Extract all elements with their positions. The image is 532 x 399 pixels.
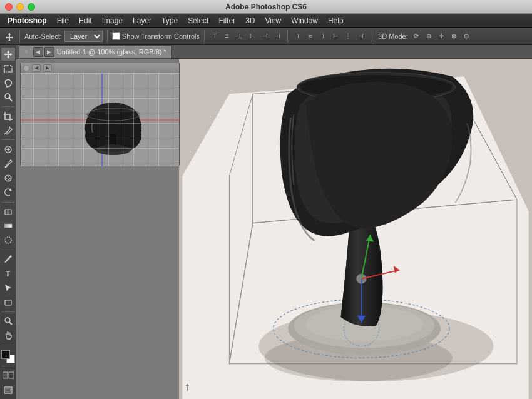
transform-label[interactable]: Show Transform Controls (112, 32, 200, 40)
canvas-arrow-indicator: ↑ (184, 380, 190, 394)
clone-tool-btn[interactable] (1, 171, 15, 184)
mini-window-titlebar: ◀ ▶ (21, 63, 179, 73)
rectangle-select-tool-btn[interactable] (1, 62, 15, 75)
menu-bar: Photoshop File Edit Image Layer Type Sel… (0, 14, 532, 28)
pen-tool-btn[interactable] (1, 253, 15, 266)
type-tool-btn[interactable]: T (1, 267, 15, 280)
menu-layer[interactable]: Layer (128, 15, 156, 26)
mini-nav-left[interactable]: ◀ (32, 64, 41, 72)
brush-tool-btn[interactable] (1, 157, 15, 170)
mini-grid (21, 73, 179, 166)
screen-mode-btn[interactable] (1, 383, 15, 396)
tool-sep5 (2, 311, 14, 312)
svg-rect-19 (4, 224, 12, 228)
options-bar: Auto-Select: Layer Group Show Transform … (0, 28, 532, 45)
svg-point-20 (5, 237, 11, 243)
sep4 (287, 30, 288, 43)
shape-tool-btn[interactable] (1, 296, 15, 309)
menu-view[interactable]: View (260, 15, 286, 26)
menu-select[interactable]: Select (183, 15, 213, 26)
menu-edit[interactable]: Edit (74, 15, 97, 26)
menu-type[interactable]: Type (156, 15, 183, 26)
dist-top-icon[interactable]: ⊤ (292, 31, 304, 42)
title-bar: Adobe Photoshop CS6 (0, 0, 532, 14)
doc-tab-close[interactable]: × (24, 48, 28, 55)
align-right-icon[interactable]: ⊣ (272, 31, 283, 42)
crop-tool-btn[interactable] (1, 109, 15, 123)
svg-marker-0 (6, 33, 13, 41)
sep1 (19, 30, 20, 43)
main-scene-svg (179, 59, 532, 399)
align-bottom-icon[interactable]: ⊥ (234, 31, 245, 42)
maximize-button[interactable] (28, 3, 35, 11)
eyedropper-tool-btn[interactable] (1, 124, 15, 137)
menu-image[interactable]: Image (97, 15, 128, 26)
menu-filter[interactable]: Filter (213, 15, 240, 26)
3d-pan-icon[interactable]: ✛ (436, 31, 447, 42)
path-selection-tool-btn[interactable] (1, 281, 15, 295)
3d-slide-icon[interactable]: ⊗ (448, 31, 459, 42)
history-brush-tool-btn[interactable] (1, 186, 15, 199)
svg-point-21 (9, 256, 11, 258)
transform-checkbox[interactable] (112, 32, 120, 40)
mini-close-btn[interactable] (23, 65, 29, 71)
options-move-icon (4, 31, 15, 42)
dist-hcenter-icon[interactable]: ⋮ (342, 31, 354, 42)
align-hcenter-icon[interactable]: ⊣ (259, 31, 270, 42)
3d-scale-icon[interactable]: ⊙ (461, 31, 472, 42)
dist-left-icon[interactable]: ⊢ (330, 31, 341, 42)
healing-tool-btn[interactable] (1, 143, 15, 156)
dist-bottom-icon[interactable]: ⊥ (317, 31, 329, 42)
traffic-lights (5, 3, 35, 11)
move-tool-btn[interactable] (1, 48, 15, 61)
tab-nav-next[interactable]: ▶ (44, 47, 54, 57)
magic-wand-tool-btn[interactable] (1, 91, 15, 104)
menu-window[interactable]: Window (286, 15, 323, 26)
doc-tab-bar: × ◀ ▶ Untitled-1 @ 100% (glass, RGB/8) * (16, 45, 532, 59)
mini-thumbnail-window[interactable]: ◀ ▶ (20, 63, 180, 166)
sep3 (204, 30, 205, 43)
gradient-tool-btn[interactable] (1, 220, 15, 233)
dist-right-icon[interactable]: ⊣ (355, 31, 366, 42)
svg-line-24 (9, 322, 12, 325)
3d-rotate-icon[interactable]: ⟳ (411, 31, 422, 42)
hand-tool-btn[interactable] (1, 329, 15, 342)
close-button[interactable] (5, 3, 13, 11)
svg-point-10 (4, 166, 6, 168)
minimize-button[interactable] (16, 3, 24, 11)
tool-sep1 (2, 106, 14, 107)
svg-rect-22 (5, 300, 11, 305)
svg-point-4 (5, 94, 10, 99)
layer-select[interactable]: Layer Group (64, 31, 103, 42)
mini-nav-right[interactable]: ▶ (43, 64, 52, 72)
3d-orbit-icon[interactable]: ⊕ (423, 31, 434, 42)
svg-rect-28 (6, 388, 11, 392)
mini-canvas[interactable] (21, 73, 179, 166)
align-vcenter-icon[interactable]: ≡ (222, 31, 233, 42)
menu-3d[interactable]: 3D (240, 15, 260, 26)
quick-mask-btn[interactable] (1, 369, 15, 382)
workspace: ◀ ▶ (16, 59, 532, 399)
color-swatches[interactable] (1, 350, 15, 363)
doc-tab-nav: ◀ ▶ (33, 47, 54, 57)
tab-nav-prev[interactable]: ◀ (33, 47, 43, 57)
tool-sep3 (2, 202, 14, 203)
svg-rect-26 (9, 372, 14, 378)
document-tab[interactable]: × ◀ ▶ Untitled-1 @ 100% (glass, RGB/8) * (19, 45, 172, 59)
menu-file[interactable]: File (52, 15, 74, 26)
zoom-tool-btn[interactable] (1, 315, 15, 328)
canvas-area[interactable]: × ◀ ▶ Untitled-1 @ 100% (glass, RGB/8) *… (16, 45, 532, 399)
window-title: Adobe Photoshop CS6 (225, 3, 307, 11)
align-left-icon[interactable]: ⊢ (247, 31, 258, 42)
svg-point-23 (5, 318, 10, 323)
dist-vcenter-icon[interactable]: ≈ (305, 31, 316, 42)
lasso-tool-btn[interactable] (1, 76, 15, 89)
left-toolbar: T (0, 45, 16, 399)
align-top-icon[interactable]: ⊤ (209, 31, 220, 42)
menu-help[interactable]: Help (323, 15, 349, 26)
scene-area: ✳ (179, 59, 532, 399)
foreground-color-swatch[interactable] (1, 350, 10, 359)
eraser-tool-btn[interactable] (1, 205, 15, 218)
svg-marker-1 (4, 50, 13, 59)
blur-tool-btn[interactable] (1, 234, 15, 247)
